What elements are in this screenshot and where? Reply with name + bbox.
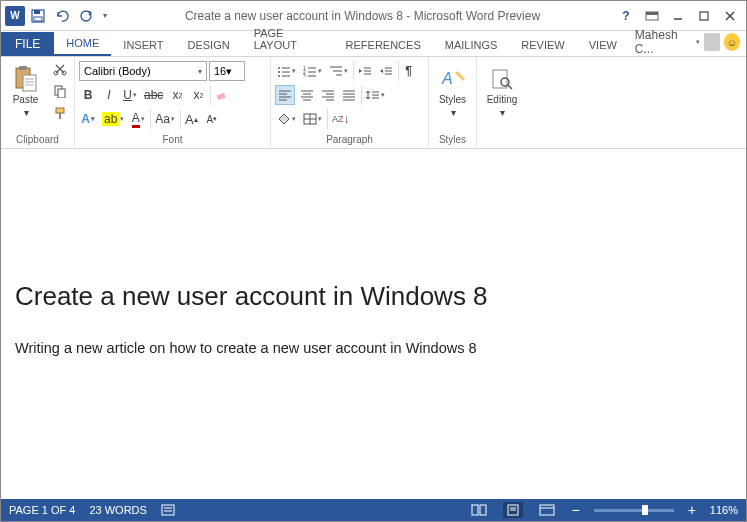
group-font: Calibri (Body) ▾ 16 ▾ B I U▾ abc x2 x2 <box>75 57 271 148</box>
proofing-button[interactable] <box>161 503 177 517</box>
web-layout-button[interactable] <box>537 502 557 518</box>
strikethrough-button[interactable]: abc <box>142 85 165 105</box>
chevron-down-icon: ▾ <box>696 38 700 46</box>
document-body-text[interactable]: Writing a new article on how to create a… <box>15 340 732 356</box>
close-button[interactable] <box>718 6 742 26</box>
superscript-button[interactable]: x2 <box>189 85 207 105</box>
redo-button[interactable] <box>75 5 97 27</box>
feedback-smiley-icon[interactable]: ☺ <box>724 33 740 51</box>
tab-page-layout[interactable]: PAGE LAYOUT <box>242 22 334 56</box>
group-clipboard: Paste ▾ Clipboard <box>1 57 75 148</box>
text-effects-button[interactable]: A▾ <box>79 109 97 129</box>
multilevel-list-button[interactable]: ▾ <box>327 61 350 81</box>
font-name-combo[interactable]: Calibri (Body) ▾ <box>79 61 207 81</box>
svg-rect-78 <box>540 505 554 515</box>
quick-access-toolbar: W ▾ <box>5 5 111 27</box>
qat-customize[interactable]: ▾ <box>99 5 111 27</box>
decrease-indent-button[interactable] <box>353 61 374 81</box>
paste-button[interactable]: Paste ▾ <box>5 59 46 125</box>
svg-rect-5 <box>646 12 658 15</box>
find-icon <box>489 66 515 92</box>
zoom-in-button[interactable]: + <box>688 502 696 518</box>
zoom-slider[interactable] <box>594 509 674 512</box>
align-right-button[interactable] <box>319 85 337 105</box>
group-label-paragraph: Paragraph <box>275 133 424 146</box>
bold-button[interactable]: B <box>79 85 97 105</box>
svg-rect-2 <box>34 17 42 21</box>
paste-label: Paste <box>13 94 39 105</box>
read-mode-button[interactable] <box>469 502 489 518</box>
svg-rect-74 <box>480 505 486 515</box>
styles-label: Styles <box>439 94 466 105</box>
undo-button[interactable] <box>51 5 73 27</box>
chevron-down-icon: ▾ <box>24 107 29 118</box>
align-center-button[interactable] <box>298 85 316 105</box>
clear-formatting-button[interactable] <box>210 85 231 105</box>
numbering-button[interactable]: 123▾ <box>301 61 324 81</box>
user-account[interactable]: Mahesh C... ▾ ☺ <box>629 28 746 56</box>
word-count[interactable]: 23 WORDS <box>89 504 146 516</box>
print-layout-button[interactable] <box>503 502 523 518</box>
show-marks-button[interactable]: ¶ <box>398 61 416 81</box>
font-name-value: Calibri (Body) <box>84 65 151 77</box>
document-heading[interactable]: Create a new user account in Windows 8 <box>15 281 732 312</box>
tab-file[interactable]: FILE <box>1 32 54 56</box>
zoom-out-button[interactable]: − <box>571 502 579 518</box>
styles-icon: A <box>440 66 466 92</box>
tab-mailings[interactable]: MAILINGS <box>433 34 510 56</box>
grow-font-button[interactable]: A▴ <box>180 109 200 129</box>
copy-button[interactable] <box>50 81 70 101</box>
shading-button[interactable]: ▾ <box>275 109 298 129</box>
sort-button[interactable]: AZ↓ <box>327 109 352 129</box>
group-paragraph: ▾ 123▾ ▾ ¶ ▾ ▾ ▾ AZ↓ <box>271 57 429 148</box>
zoom-level[interactable]: 116% <box>710 504 738 516</box>
subscript-button[interactable]: x2 <box>168 85 186 105</box>
help-button[interactable]: ? <box>614 6 638 26</box>
svg-rect-7 <box>700 12 708 20</box>
line-spacing-button[interactable]: ▾ <box>361 85 387 105</box>
page-indicator[interactable]: PAGE 1 OF 4 <box>9 504 75 516</box>
maximize-button[interactable] <box>692 6 716 26</box>
underline-button[interactable]: U▾ <box>121 85 139 105</box>
font-color-button[interactable]: A▾ <box>129 109 147 129</box>
change-case-button[interactable]: Aa▾ <box>150 109 177 129</box>
tab-home[interactable]: HOME <box>54 32 111 56</box>
format-painter-button[interactable] <box>50 103 70 123</box>
tab-references[interactable]: REFERENCES <box>334 34 433 56</box>
shrink-font-button[interactable]: A▾ <box>203 109 221 129</box>
increase-indent-button[interactable] <box>377 61 395 81</box>
italic-button[interactable]: I <box>100 85 118 105</box>
avatar <box>704 33 720 51</box>
svg-point-25 <box>278 71 280 73</box>
borders-button[interactable]: ▾ <box>301 109 324 129</box>
svg-rect-21 <box>59 113 61 119</box>
save-button[interactable] <box>27 5 49 27</box>
tab-design[interactable]: DESIGN <box>175 34 241 56</box>
cut-button[interactable] <box>50 59 70 79</box>
word-icon: W <box>5 6 25 26</box>
group-label-clipboard: Clipboard <box>5 133 70 146</box>
status-bar: PAGE 1 OF 4 23 WORDS − + 116% <box>1 499 746 521</box>
chevron-down-icon: ▾ <box>451 107 456 118</box>
document-area[interactable]: Create a new user account in Windows 8 W… <box>1 151 746 499</box>
editing-label: Editing <box>487 94 518 105</box>
font-size-value: 16 <box>214 65 226 77</box>
tab-view[interactable]: VIEW <box>577 34 629 56</box>
align-left-button[interactable] <box>275 85 295 105</box>
minimize-button[interactable] <box>666 6 690 26</box>
font-size-combo[interactable]: 16 ▾ <box>209 61 245 81</box>
chevron-down-icon: ▾ <box>226 65 232 78</box>
tab-insert[interactable]: INSERT <box>111 34 175 56</box>
ribbon-display-button[interactable] <box>640 6 664 26</box>
tab-review[interactable]: REVIEW <box>509 34 576 56</box>
group-editing: Editing ▾ <box>477 57 527 148</box>
styles-button[interactable]: A Styles ▾ <box>433 59 472 125</box>
zoom-thumb[interactable] <box>642 505 648 515</box>
highlight-button[interactable]: ab▾ <box>100 109 126 129</box>
bullets-button[interactable]: ▾ <box>275 61 298 81</box>
chevron-down-icon: ▾ <box>500 107 505 118</box>
paste-icon <box>13 66 39 92</box>
justify-button[interactable] <box>340 85 358 105</box>
svg-line-69 <box>508 85 512 89</box>
editing-button[interactable]: Editing ▾ <box>481 59 523 125</box>
